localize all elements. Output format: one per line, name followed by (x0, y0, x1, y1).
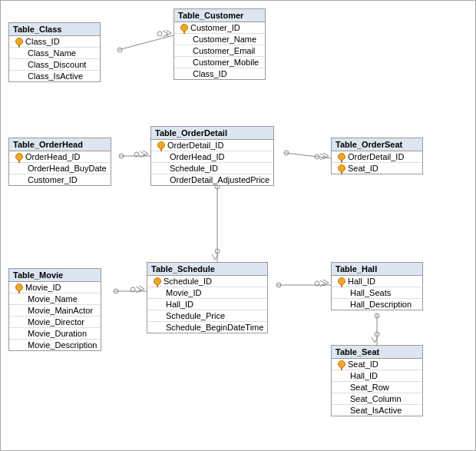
svg-line-24 (215, 254, 218, 260)
table-row: Class_IsActive (9, 71, 100, 81)
svg-line-37 (320, 280, 326, 284)
table-row: Movie_Director (9, 317, 101, 328)
table-row: Class_ID (9, 36, 100, 48)
svg-line-0 (118, 35, 174, 50)
table-header-table_orderdetail: Table_OrderDetail (151, 127, 273, 140)
row-field-name: Movie_ID (166, 288, 201, 297)
pk-icon (154, 277, 161, 285)
table-row: Class_Discount (9, 59, 100, 71)
table-row: Customer_ID (174, 22, 265, 34)
svg-point-20 (315, 154, 319, 159)
svg-point-34 (276, 283, 281, 287)
row-field-name: Schedule_ID (164, 277, 212, 286)
table-row: OrderHead_ID (9, 151, 111, 163)
row-field-name: Seat_ID (348, 164, 378, 173)
row-field-name: OrderDetail_ID (348, 152, 404, 161)
table-table_customer: Table_CustomerCustomer_IDCustomer_NameCu… (174, 8, 266, 80)
table-row: Customer_Name (174, 34, 265, 45)
table-table_orderdetail: Table_OrderDetailOrderDetail_IDOrderHead… (150, 126, 274, 186)
svg-point-27 (114, 289, 118, 293)
pk-icon (15, 153, 23, 161)
table-table_orderhead: Table_OrderHeadOrderHead_IDOrderHead_Buy… (8, 138, 111, 186)
svg-line-23 (212, 254, 215, 260)
svg-point-39 (315, 281, 319, 286)
row-field-name: Hall_ID (350, 371, 378, 380)
row-field-name: OrderHead_BuyDate (28, 164, 107, 173)
svg-line-11 (140, 151, 145, 154)
table-table_orderseat: Table_OrderSeatOrderDetail_IDSeat_ID (331, 138, 423, 174)
table-row: Movie_MainActor (9, 305, 101, 317)
row-field-name: Class_Discount (28, 60, 86, 69)
table-row: Seat_Row (332, 382, 422, 393)
pk-icon (338, 360, 345, 368)
row-field-name: Movie_Description (28, 340, 97, 350)
row-field-name: Class_ID (193, 69, 227, 78)
svg-point-1 (117, 48, 122, 52)
table-row: Schedule_ID (147, 276, 267, 287)
svg-line-5 (163, 34, 168, 37)
table-row: Movie_Duration (9, 328, 101, 340)
svg-point-25 (215, 249, 220, 254)
table-row: Hall_ID (147, 299, 267, 310)
row-field-name: Movie_MainActor (28, 306, 93, 315)
table-row: Movie_Name (9, 293, 101, 305)
row-field-name: Class_ID (25, 37, 60, 46)
svg-line-18 (320, 154, 326, 157)
svg-line-31 (136, 290, 141, 293)
svg-line-43 (375, 337, 378, 343)
svg-line-28 (139, 286, 144, 289)
pk-icon (157, 141, 165, 149)
row-field-name: Schedule_ID (170, 164, 218, 173)
table-row: Movie_ID (147, 287, 267, 299)
table-header-table_movie: Table_Movie (9, 269, 101, 282)
svg-point-44 (375, 332, 379, 337)
row-field-name: Customer_Mobile (193, 58, 259, 67)
table-header-table_schedule: Table_Schedule (147, 263, 267, 276)
svg-line-35 (323, 280, 329, 283)
svg-line-38 (320, 284, 326, 287)
svg-point-13 (134, 152, 139, 157)
table-row: Movie_Description (9, 340, 101, 350)
svg-line-4 (163, 31, 168, 34)
row-field-name: Schedule_Price (166, 311, 225, 320)
row-field-name: Hall_ID (348, 277, 375, 286)
svg-line-30 (136, 287, 141, 290)
svg-line-10 (143, 154, 148, 157)
row-field-name: Seat_Column (350, 394, 402, 403)
table-row: Customer_Mobile (174, 57, 265, 68)
svg-line-42 (372, 337, 375, 343)
table-row: OrderDetail_ID (332, 151, 422, 163)
row-field-name: OrderHead_ID (170, 152, 225, 161)
row-field-name: OrderHead_ID (25, 152, 81, 161)
svg-point-8 (119, 154, 124, 158)
row-field-name: OrderDetail_AdjustedPrice (170, 175, 269, 184)
svg-line-17 (323, 156, 329, 159)
table-header-table_seat: Table_Seat (332, 346, 422, 359)
table-header-table_orderseat: Table_OrderSeat (332, 138, 422, 151)
row-field-name: Movie_Director (28, 317, 84, 327)
table-row: Seat_ID (332, 163, 422, 174)
table-row: OrderDetail_ID (151, 140, 273, 151)
svg-line-19 (320, 157, 326, 160)
row-field-name: Movie_Duration (28, 329, 87, 338)
table-row: Movie_ID (9, 282, 101, 293)
pk-icon (15, 284, 23, 291)
table-header-table_customer: Table_Customer (174, 9, 265, 22)
row-field-name: Customer_Email (193, 46, 255, 55)
svg-line-14 (285, 153, 331, 158)
pk-icon (338, 277, 345, 285)
table-table_hall: Table_HallHall_IDHall_SeatsHall_Descript… (331, 262, 423, 310)
row-field-name: Movie_ID (25, 283, 61, 292)
pk-icon (338, 164, 345, 172)
table-row: Customer_Email (174, 45, 265, 57)
table-row: Hall_ID (332, 370, 422, 382)
row-field-name: OrderDetail_ID (167, 141, 223, 150)
table-row: OrderHead_ID (151, 151, 273, 163)
svg-line-16 (323, 153, 329, 156)
row-field-name: Movie_Name (28, 294, 78, 303)
table-row: OrderDetail_AdjustedPrice (151, 174, 273, 185)
diagram-canvas: Table_ClassClass_IDClass_NameClass_Disco… (0, 0, 476, 451)
table-header-table_orderhead: Table_OrderHead (9, 138, 111, 151)
svg-line-12 (140, 154, 145, 158)
svg-point-32 (131, 287, 135, 292)
